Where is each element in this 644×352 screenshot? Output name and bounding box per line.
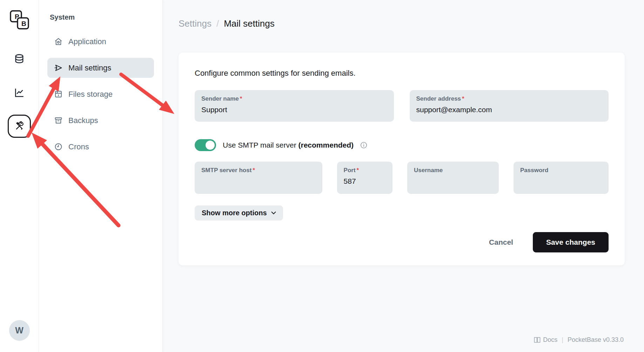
sender-address-field[interactable]: Sender address* support@example.com [410, 90, 609, 122]
cancel-button[interactable]: Cancel [489, 238, 513, 246]
smtp-toggle-label: Use SMTP mail server (recommended) [223, 141, 354, 149]
footer-separator: | [562, 336, 563, 344]
required-mark: * [357, 167, 359, 174]
sidebar-item-crons[interactable]: Crons [47, 137, 154, 157]
page-title: Mail settings [224, 18, 275, 29]
sidebar-item-label: Backups [68, 116, 98, 125]
tools-icon [14, 121, 25, 131]
sender-name-value: Support [201, 106, 387, 114]
avatar[interactable]: W [9, 320, 30, 341]
svg-text:B: B [21, 20, 26, 27]
system-sidebar: System Application [39, 0, 163, 352]
home-gear-icon [54, 37, 63, 46]
show-more-options-button[interactable]: Show more options [195, 205, 283, 221]
smtp-toggle-row: Use SMTP mail server (recommended) [195, 139, 609, 151]
sidebar-title: System [50, 13, 154, 21]
smtp-host-field[interactable]: SMTP server host* [195, 162, 322, 194]
main-content: Settings / Mail settings Configure commo… [163, 0, 644, 352]
chart-icon[interactable] [14, 87, 25, 98]
sidebar-item-mail-settings[interactable]: Mail settings [47, 58, 154, 78]
info-icon[interactable] [360, 142, 367, 149]
smtp-toggle[interactable] [195, 139, 216, 151]
pocketbase-admin-window: P B W [0, 0, 644, 352]
sidebar-item-label: Files storage [68, 90, 113, 99]
username-label: Username [414, 167, 492, 174]
sender-address-value: support@example.com [416, 106, 602, 114]
sidebar-item-label: Application [68, 37, 106, 46]
footer: Docs | PocketBase v0.33.0 [534, 336, 624, 344]
breadcrumb: Settings / Mail settings [179, 18, 275, 29]
storage-icon [54, 90, 63, 99]
port-value: 587 [344, 177, 386, 186]
sidebar-item-backups[interactable]: Backups [47, 110, 154, 130]
sidebar-item-label: Crons [68, 142, 89, 151]
chevron-down-icon [271, 211, 276, 215]
password-label: Password [520, 167, 602, 174]
sidebar-item-application[interactable]: Application [47, 32, 154, 52]
archive-box-icon [54, 116, 63, 125]
breadcrumb-separator: / [216, 18, 219, 29]
smtp-host-value [201, 177, 316, 186]
pocketbase-logo-icon[interactable]: P B [9, 9, 29, 30]
port-label: Port* [344, 167, 386, 174]
sidebar-item-label: Mail settings [68, 63, 111, 73]
clock-icon [54, 142, 63, 151]
save-changes-button[interactable]: Save changes [533, 232, 609, 252]
toggle-knob [206, 141, 215, 150]
settings-rail-button[interactable] [8, 115, 31, 138]
database-icon[interactable] [14, 54, 25, 64]
docs-link[interactable]: Docs [534, 336, 557, 344]
smtp-host-label: SMTP server host* [201, 167, 316, 174]
sidebar-item-files-storage[interactable]: Files storage [47, 84, 154, 104]
card-intro-text: Configure common settings for sending em… [195, 68, 609, 79]
username-value [414, 177, 492, 186]
book-icon [534, 337, 541, 343]
sender-name-label: Sender name* [201, 95, 387, 102]
mail-settings-card: Configure common settings for sending em… [179, 53, 625, 265]
version-label: PocketBase v0.33.0 [568, 336, 624, 344]
icon-rail: P B W [0, 0, 39, 352]
send-plane-icon [54, 63, 63, 73]
required-mark: * [253, 167, 255, 174]
breadcrumb-settings[interactable]: Settings [179, 18, 212, 29]
sender-address-label: Sender address* [416, 95, 602, 102]
password-field[interactable]: Password [514, 162, 609, 194]
port-field[interactable]: Port* 587 [337, 162, 393, 194]
username-field[interactable]: Username [407, 162, 499, 194]
password-value [520, 177, 602, 186]
required-mark: * [462, 95, 464, 102]
sender-name-field[interactable]: Sender name* Support [195, 90, 394, 122]
required-mark: * [240, 95, 242, 102]
